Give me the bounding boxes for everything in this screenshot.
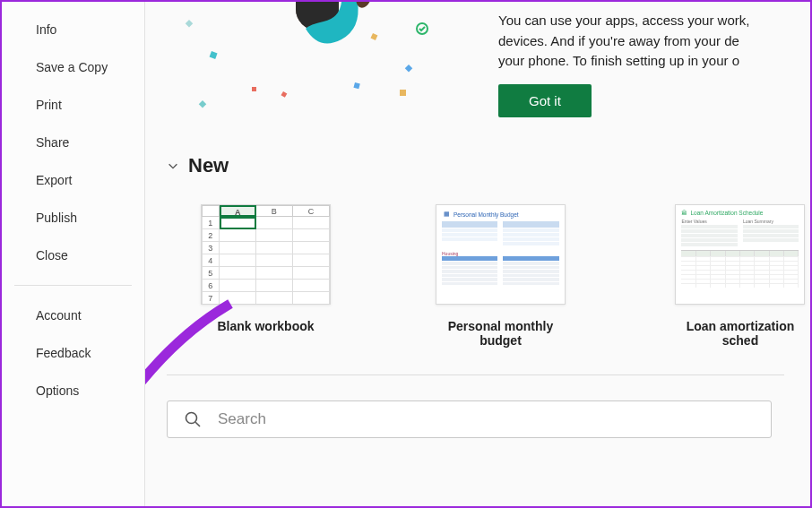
sidebar-item-feedback[interactable]: Feedback <box>2 334 144 372</box>
search-icon <box>184 410 202 428</box>
chevron-down-icon <box>167 159 179 172</box>
sidebar-item-share[interactable]: Share <box>2 124 144 161</box>
sidebar-item-options[interactable]: Options <box>2 372 144 409</box>
new-section-header[interactable]: New <box>167 154 810 177</box>
template-label: Loan amortization sched <box>670 319 810 348</box>
file-menu-sidebar: Info Save a Copy Print Share Export Publ… <box>2 2 145 506</box>
banner-text-line: your phone. To finish setting up in your… <box>498 51 810 72</box>
template-blank-workbook[interactable]: ABC 1 2 3 4 5 6 7 Blank workbook <box>201 204 331 348</box>
template-thumb: ABC 1 2 3 4 5 6 7 <box>201 204 331 305</box>
sidebar-item-publish[interactable]: Publish <box>2 199 144 237</box>
svg-rect-10 <box>281 91 288 98</box>
sidebar-item-close[interactable]: Close <box>2 237 144 274</box>
svg-rect-2 <box>210 51 218 59</box>
sidebar-item-account[interactable]: Account <box>2 297 144 334</box>
divider <box>167 375 784 375</box>
banner-text-line: You can use your apps, access your work, <box>498 11 810 31</box>
banner-illustration <box>167 2 498 118</box>
svg-rect-9 <box>400 90 406 96</box>
search-input[interactable] <box>218 410 755 428</box>
banner-text-line: devices. And if you're away from your de <box>498 31 810 52</box>
setup-banner: You can use your apps, access your work,… <box>167 2 810 118</box>
sidebar-item-save-a-copy[interactable]: Save a Copy <box>2 48 144 86</box>
calendar-icon: ▦ <box>444 211 450 218</box>
svg-rect-3 <box>252 87 256 91</box>
sidebar-item-export[interactable]: Export <box>2 161 144 199</box>
template-label: Personal monthly budget <box>429 319 572 348</box>
svg-rect-4 <box>199 100 206 108</box>
svg-rect-7 <box>405 65 412 72</box>
sidebar-divider <box>14 285 132 286</box>
template-loan-amortization[interactable]: 🏛Loan Amortization Schedule Enter Values… <box>670 204 810 348</box>
template-label: Blank workbook <box>217 319 314 333</box>
svg-rect-5 <box>186 20 193 27</box>
main-panel: You can use your apps, access your work,… <box>145 2 810 506</box>
sidebar-item-print[interactable]: Print <box>2 86 144 124</box>
svg-rect-11 <box>353 82 359 89</box>
template-thumb: ▦Personal Monthly Budget Housing <box>436 204 566 305</box>
search-box[interactable] <box>167 400 772 438</box>
svg-rect-6 <box>370 33 377 40</box>
templates-row: ABC 1 2 3 4 5 6 7 Blank workbook ▦Person… <box>167 204 810 348</box>
svg-line-13 <box>195 422 200 426</box>
sidebar-item-info[interactable]: Info <box>2 11 144 48</box>
svg-point-12 <box>186 413 197 424</box>
got-it-button[interactable]: Got it <box>498 84 592 117</box>
section-title: New <box>188 154 229 177</box>
template-thumb: 🏛Loan Amortization Schedule Enter Values… <box>675 204 805 305</box>
bank-icon: 🏛 <box>681 210 687 216</box>
template-personal-monthly-budget[interactable]: ▦Personal Monthly Budget Housing Persona… <box>429 204 572 348</box>
